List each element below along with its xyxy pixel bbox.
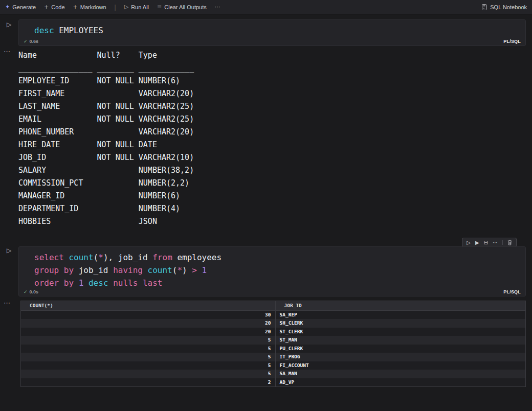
clear-outputs-icon: ≡: [157, 4, 162, 10]
cell-2-language-badge: PL/SQL: [503, 289, 521, 294]
sql-notebook-page: ✦ Generate + Code + Markdown | ▷ Run All…: [0, 0, 532, 411]
clear-all-outputs-label: Clear All Outputs: [164, 4, 207, 10]
code-token: 1: [202, 265, 207, 275]
sparkle-icon: ✦: [5, 4, 10, 10]
grid-cell[interactable]: SH_CLERK: [275, 319, 525, 328]
grid-header-row: COUNT(*)JOB_ID: [21, 301, 525, 310]
code-token: [197, 265, 202, 275]
add-markdown-button[interactable]: + Markdown: [73, 4, 106, 10]
code-token: [187, 265, 192, 275]
code-token: [64, 253, 69, 262]
code-line: select count(*), job_id from employees: [34, 251, 525, 264]
grid-cell[interactable]: ST_CLERK: [275, 328, 525, 336]
code-token: [143, 265, 148, 275]
run-cell-1-button[interactable]: ▷: [7, 21, 11, 28]
grid-row[interactable]: 5FI_ACCOUNT: [21, 361, 525, 370]
code-token: *: [98, 253, 103, 262]
code-token: *: [177, 265, 182, 275]
grid-cell[interactable]: IT_PROG: [275, 353, 525, 361]
grid-row[interactable]: 20SH_CLERK: [21, 319, 525, 328]
collapse-output-icon[interactable]: ⊟: [484, 240, 488, 245]
add-code-button[interactable]: + Code: [44, 4, 65, 10]
toolbar-more-button[interactable]: ⋯: [215, 4, 220, 10]
grid-cell[interactable]: 2: [21, 378, 275, 387]
code-cell-1[interactable]: desc EMPLOYEES ✓ 0.6s PL/SQL: [18, 19, 526, 46]
grid-row[interactable]: 5ST_MAN: [21, 336, 525, 345]
code-token: EMPLOYEES: [54, 26, 103, 35]
grid-row[interactable]: 2AD_VP: [21, 378, 525, 387]
result-grid-panel: COUNT(*)JOB_ID 30SA_REP20SH_CLERK20ST_CL…: [20, 301, 526, 387]
cell-2-status: ✓ 0.0s: [24, 289, 38, 294]
grid-cell[interactable]: SA_MAN: [275, 370, 525, 378]
code-token: [74, 278, 79, 288]
add-markdown-label: Markdown: [80, 4, 106, 10]
output-1-more-button[interactable]: ⋯: [4, 48, 11, 55]
play-icon: ▷: [124, 4, 128, 10]
grid-cell[interactable]: 5: [21, 336, 275, 345]
success-check-icon: ✓: [24, 289, 28, 294]
grid-column-header[interactable]: COUNT(*): [21, 301, 275, 310]
code-token: count: [148, 265, 172, 275]
run-cell-icon[interactable]: ▷: [467, 240, 471, 245]
grid-row[interactable]: 5IT_PROG: [21, 353, 525, 361]
grid-row[interactable]: 5SA_MAN: [21, 370, 525, 378]
sql-notebook-label: SQL Notebook: [490, 4, 527, 10]
code-token: job_id: [74, 265, 113, 275]
grid-cell[interactable]: ST_MAN: [275, 336, 525, 345]
cell-1-elapsed: 0.6s: [30, 39, 39, 44]
delete-cell-icon[interactable]: [507, 240, 512, 245]
action-bar-divider: [502, 240, 503, 245]
code-token: desc: [88, 278, 108, 288]
grid-cell[interactable]: PU_CLERK: [275, 345, 525, 353]
grid-cell[interactable]: 5: [21, 345, 275, 353]
grid-row[interactable]: 20ST_CLERK: [21, 328, 525, 336]
grid-cell[interactable]: 5: [21, 361, 275, 370]
cell-2-elapsed: 0.0s: [30, 289, 39, 294]
toolbar-divider: |: [115, 4, 116, 11]
code-line: desc EMPLOYEES: [34, 24, 525, 37]
code-token: count: [69, 253, 93, 262]
run-cell-2-button[interactable]: ▷: [7, 247, 11, 254]
run-all-button[interactable]: ▷ Run All: [124, 4, 149, 10]
run-all-label: Run All: [131, 4, 149, 10]
code-editor-1[interactable]: desc EMPLOYEES: [19, 20, 525, 37]
code-line: group by job_id having count(*) > 1: [34, 264, 525, 277]
plus-icon: +: [73, 4, 78, 10]
grid-cell[interactable]: 30: [21, 310, 275, 319]
code-token: desc: [34, 26, 54, 35]
grid-cell[interactable]: SA_REP: [275, 310, 525, 319]
code-token: [108, 278, 114, 288]
result-grid: COUNT(*)JOB_ID 30SA_REP20SH_CLERK20ST_CL…: [21, 301, 525, 386]
code-cell-2[interactable]: select count(*), job_id from employeesgr…: [18, 246, 526, 296]
more-icon: ⋯: [215, 4, 220, 10]
sql-notebook-menu[interactable]: SQL Notebook: [481, 4, 527, 10]
code-token: ): [103, 253, 108, 262]
output-2-more-button[interactable]: ⋯: [4, 299, 11, 307]
grid-row[interactable]: 5PU_CLERK: [21, 345, 525, 353]
code-token: having: [113, 265, 143, 275]
grid-cell[interactable]: AD_VP: [275, 378, 525, 387]
code-editor-2[interactable]: select count(*), job_id from employeesgr…: [19, 247, 525, 289]
notebook-toolbar: ✦ Generate + Code + Markdown | ▷ Run All…: [0, 0, 532, 14]
code-token: ): [182, 265, 187, 275]
code-token: , job_id: [108, 253, 153, 262]
code-token: nulls last: [113, 278, 162, 288]
grid-cell[interactable]: 5: [21, 353, 275, 361]
grid-cell[interactable]: 20: [21, 319, 275, 328]
clear-all-outputs-button[interactable]: ≡ Clear All Outputs: [157, 4, 207, 10]
grid-row[interactable]: 30SA_REP: [21, 310, 525, 319]
more-actions-icon[interactable]: ⋯: [493, 240, 498, 245]
grid-cell[interactable]: FI_ACCOUNT: [275, 361, 525, 370]
cell-2-footer: ✓ 0.0s PL/SQL: [24, 289, 521, 294]
run-below-icon[interactable]: ▶: [475, 240, 479, 245]
cell-1-status: ✓ 0.6s: [24, 39, 38, 44]
code-token: order by: [34, 278, 74, 288]
code-token: from: [152, 253, 172, 262]
generate-label: Generate: [12, 4, 36, 10]
grid-cell[interactable]: 5: [21, 370, 275, 378]
grid-cell[interactable]: 20: [21, 328, 275, 336]
code-token: employees: [172, 253, 221, 262]
grid-column-header[interactable]: JOB_ID: [275, 301, 525, 310]
generate-button[interactable]: ✦ Generate: [5, 4, 36, 10]
success-check-icon: ✓: [24, 39, 28, 44]
